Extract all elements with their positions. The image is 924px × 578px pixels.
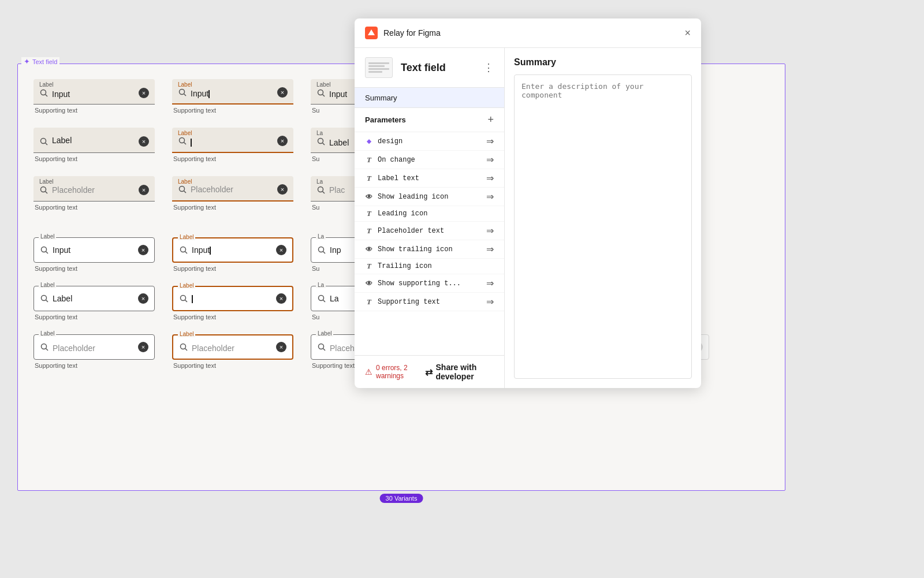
panel-body: Text field ⋮ Summary Parameters + ◆ [355, 48, 701, 388]
param-row-labeltext[interactable]: T Label text ⇒ [355, 169, 504, 188]
svg-point-28 [319, 296, 324, 301]
search-icon-12 [317, 245, 326, 255]
param-row-showsupporting[interactable]: 👁 Show supporting t... ⇒ [355, 274, 504, 293]
variant-outlined-focused-empty: Label × Supporting text [165, 281, 304, 325]
params-section: Parameters + ◆ design ⇒ T On change ⇒ [355, 108, 504, 355]
clear-icon-outlined-2[interactable]: × [276, 245, 286, 255]
svg-line-25 [46, 300, 49, 303]
search-icon-17 [179, 342, 188, 352]
variant-outlined-input: Label Input × Supporting text [27, 233, 165, 277]
supporting-text-1: Supporting text [33, 107, 77, 114]
search-icon-10 [40, 245, 49, 255]
params-title: Parameters [365, 115, 487, 124]
param-row-supportingtext[interactable]: T Supporting text ⇒ [355, 293, 504, 311]
svg-line-11 [323, 143, 325, 145]
share-icon: ⇄ [425, 367, 433, 378]
panel-footer: ⚠ 0 errors, 2 warnings ⇄ Share with deve… [355, 355, 504, 388]
param-row-showleading[interactable]: 👁 Show leading icon ⇒ [355, 188, 504, 206]
param-arrow-showleading: ⇒ [486, 191, 494, 202]
clear-icon-7[interactable]: × [139, 185, 149, 195]
svg-line-21 [185, 252, 188, 254]
param-name-labeltext: Label text [378, 174, 482, 182]
warnings-text: 0 errors, 2 warnings [376, 364, 419, 380]
t-icon-placeholder: T [365, 227, 373, 235]
t-icon-supportingtext: T [365, 298, 373, 306]
tf-label-outlined-2: Label [178, 234, 195, 240]
share-button[interactable]: ⇄ Share with developer [425, 363, 494, 381]
search-icon-4 [39, 137, 49, 146]
search-icon-13 [40, 294, 49, 303]
supporting-text-7: Supporting text [33, 204, 77, 211]
summary-textarea[interactable] [514, 74, 692, 379]
param-arrow-design: ⇒ [486, 136, 494, 147]
clear-icon-8[interactable]: × [277, 184, 288, 195]
param-name-trailingicon: Trailing icon [378, 262, 494, 270]
variant-filled-placeholder: Label Placeholder × Supporting text [27, 171, 165, 215]
param-arrow-labeltext: ⇒ [486, 173, 494, 184]
tf-label-outlined-3: Label [39, 282, 56, 288]
svg-line-7 [46, 143, 48, 145]
clear-icon-4[interactable]: × [139, 136, 149, 147]
component-header: Text field ⋮ [355, 48, 504, 88]
panel-logo [365, 27, 378, 39]
param-row-showtrailing[interactable]: 👁 Show trailing icon ⇒ [355, 240, 504, 259]
clear-icon-1[interactable]: × [139, 88, 149, 98]
svg-point-20 [181, 247, 186, 252]
param-name-showsupporting: Show supporting t... [378, 279, 482, 288]
warning-icon: ⚠ [365, 367, 372, 376]
param-row-trailingicon[interactable]: T Trailing icon [355, 259, 504, 274]
search-icon-11 [179, 245, 188, 255]
clear-icon-outlined-8[interactable]: × [276, 342, 286, 352]
params-add-button[interactable]: + [487, 114, 494, 126]
tf-label-outlined-6: Label [178, 331, 195, 337]
svg-line-13 [46, 191, 48, 193]
svg-point-32 [181, 344, 186, 349]
tf-label-2: Label [178, 81, 192, 88]
param-row-design[interactable]: ◆ design ⇒ [355, 132, 504, 151]
variant-filled-placeholder-focused: Label Placeholder × Supporting text [165, 171, 304, 215]
clear-icon-outlined-7[interactable]: × [138, 342, 148, 352]
panel-close-icon[interactable]: × [684, 27, 691, 39]
t-icon-labeltext: T [365, 174, 373, 182]
component-thumbnail [365, 57, 393, 78]
input-text-1: Input [52, 90, 135, 99]
search-icon-9 [316, 185, 326, 195]
param-arrow-onchange: ⇒ [486, 154, 494, 165]
svg-line-1 [46, 94, 48, 96]
param-arrow-supportingtext: ⇒ [486, 296, 494, 307]
search-icon-2 [178, 88, 187, 97]
param-row-leadingicon[interactable]: T Leading icon [355, 206, 504, 222]
svg-point-24 [42, 296, 47, 301]
search-icon-1 [39, 88, 49, 98]
variant-filled-label: Label × Supporting text [27, 123, 165, 167]
footer-warnings: ⚠ 0 errors, 2 warnings [365, 364, 419, 380]
supporting-text-outlined-7: Supporting text [311, 362, 355, 369]
svg-line-15 [184, 191, 187, 193]
svg-line-19 [46, 252, 49, 254]
clear-icon-outlined-1[interactable]: × [138, 245, 148, 255]
svg-point-30 [42, 344, 47, 349]
input-text-2: Input [191, 89, 274, 98]
summary-tab[interactable]: Summary [355, 88, 504, 108]
input-label: Label [52, 136, 135, 145]
svg-line-17 [323, 191, 325, 193]
tf-label-outlined-7: Label [316, 330, 333, 337]
param-name-onchange: On change [378, 156, 482, 164]
clear-icon-2[interactable]: × [277, 87, 288, 98]
param-row-onchange[interactable]: T On change ⇒ [355, 151, 504, 169]
clear-icon-5[interactable]: × [277, 136, 288, 146]
clear-icon-outlined-4[interactable]: × [138, 293, 148, 304]
panel-more-icon[interactable]: ⋮ [483, 61, 494, 74]
search-icon-16 [40, 342, 49, 352]
svg-line-23 [323, 252, 326, 254]
svg-line-3 [184, 94, 187, 96]
svg-point-34 [319, 344, 324, 349]
variant-filled-focused-empty: Label × Supporting text [165, 123, 304, 167]
panel-left: Text field ⋮ Summary Parameters + ◆ [355, 48, 505, 388]
search-icon-8 [178, 185, 187, 194]
svg-marker-40 [368, 29, 375, 35]
clear-icon-outlined-5[interactable]: × [276, 293, 286, 304]
placeholder-outlined-1: Placeholder [53, 344, 135, 353]
param-row-placeholder[interactable]: T Placeholder text ⇒ [355, 222, 504, 240]
search-icon-3 [316, 88, 326, 98]
